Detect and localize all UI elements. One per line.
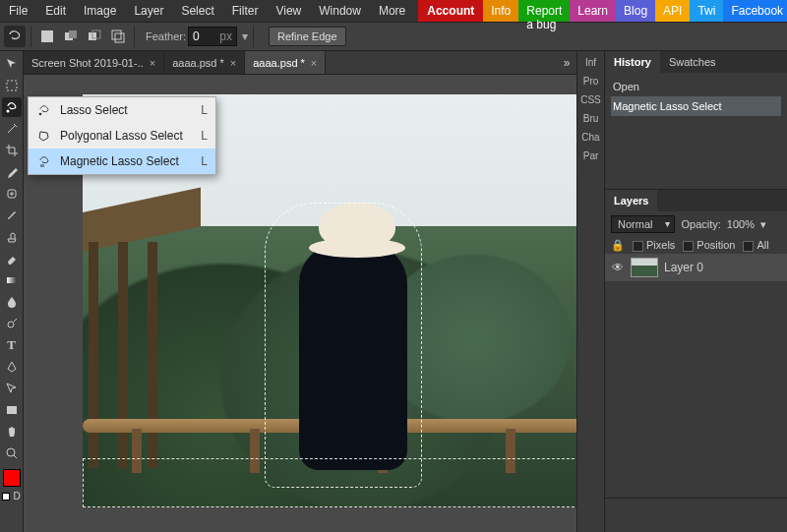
selection-marquee — [265, 203, 422, 488]
dodge-tool[interactable] — [2, 314, 22, 333]
polygonal-lasso-option[interactable]: Polygonal Lasso SelectL — [29, 123, 215, 148]
history-tab[interactable]: History — [605, 51, 660, 73]
magnetic-lasso-icon — [36, 153, 52, 169]
blur-tool[interactable] — [2, 292, 22, 312]
document-tabs: Screen Shot 2019-01-..× aaaa.psd *× aaaa… — [24, 51, 576, 75]
selection-intersect-icon[interactable] — [107, 26, 129, 47]
doc-tab-0[interactable]: Screen Shot 2019-01-..× — [24, 51, 164, 74]
magnetic-lasso-option[interactable]: Magnetic Lasso SelectL — [29, 148, 215, 174]
lasso-icon — [36, 102, 52, 118]
facebook-button[interactable]: Facebook — [723, 0, 787, 22]
feather-label: Feather: — [146, 30, 186, 42]
collapsed-panels: Inf Pro CSS Bru Cha Par — [576, 51, 604, 532]
options-bar: Feather: 0 px ▾ Refine Edge — [0, 22, 787, 51]
crop-tool[interactable] — [2, 141, 22, 160]
swap-colors-icon[interactable] — [2, 493, 10, 501]
selection-add-icon[interactable] — [60, 26, 82, 47]
hand-tool[interactable] — [2, 422, 22, 442]
path-tool[interactable] — [2, 379, 22, 398]
lock-position[interactable]: Position — [683, 239, 735, 252]
opacity-label: Opacity: — [681, 218, 720, 230]
selection-new-icon[interactable] — [36, 26, 58, 47]
lasso-mode-icon[interactable] — [4, 26, 26, 47]
close-icon[interactable]: × — [230, 57, 236, 69]
api-button[interactable]: API — [655, 0, 690, 22]
blog-button[interactable]: Blog — [616, 0, 655, 22]
report-bug-button[interactable]: Report a bug — [518, 0, 570, 22]
svg-rect-12 — [7, 406, 17, 414]
close-icon[interactable]: × — [311, 57, 317, 69]
svg-rect-7 — [7, 81, 17, 90]
opacity-dropdown-icon[interactable]: ▾ — [760, 218, 766, 231]
lock-all[interactable]: All — [743, 239, 768, 252]
move-tool[interactable] — [2, 54, 22, 74]
wand-tool[interactable] — [2, 119, 22, 139]
lasso-flyout-menu: Lasso SelectL Polygonal Lasso SelectL Ma… — [28, 96, 216, 175]
history-item-open[interactable]: Open — [611, 77, 781, 96]
eyedropper-tool[interactable] — [2, 162, 22, 182]
panel-tab-paragraph[interactable]: Par — [583, 150, 599, 161]
refine-edge-button[interactable]: Refine Edge — [269, 27, 346, 46]
panel-tab-css[interactable]: CSS — [580, 94, 601, 105]
learn-button[interactable]: Learn — [570, 0, 616, 22]
feather-input[interactable]: 0 px — [188, 27, 237, 46]
panel-tab-brush[interactable]: Bru — [583, 113, 599, 124]
lock-pixels[interactable]: Pixels — [633, 239, 675, 252]
zoom-tool[interactable] — [2, 443, 22, 463]
svg-rect-6 — [115, 33, 124, 42]
panel-tab-character[interactable]: Cha — [581, 132, 599, 143]
panel-tab-info[interactable]: Inf — [585, 57, 596, 68]
svg-point-14 — [39, 113, 42, 116]
pen-tool[interactable] — [2, 357, 22, 377]
text-tool[interactable]: T — [2, 335, 22, 355]
doc-tab-2[interactable]: aaaa.psd *× — [245, 51, 326, 74]
blend-mode-dropdown[interactable]: Normal — [611, 215, 675, 233]
feather-dropdown-icon[interactable]: ▾ — [242, 30, 248, 43]
layer-row-0[interactable]: 👁 Layer 0 — [605, 254, 787, 281]
menu-view[interactable]: View — [267, 0, 310, 22]
layer-thumbnail — [631, 258, 658, 277]
menu-select[interactable]: Select — [172, 0, 222, 22]
panel-tab-properties[interactable]: Pro — [583, 76, 599, 87]
tabs-overflow-icon[interactable]: » — [557, 51, 576, 74]
lasso-tool[interactable] — [2, 97, 22, 117]
left-toolbox: T D — [0, 51, 24, 532]
gradient-tool[interactable] — [2, 270, 22, 290]
menu-image[interactable]: Image — [75, 0, 125, 22]
layer-name[interactable]: Layer 0 — [664, 261, 703, 274]
default-colors-label[interactable]: D — [13, 491, 20, 502]
visibility-icon[interactable]: 👁 — [611, 261, 625, 274]
brush-tool[interactable] — [2, 206, 22, 225]
menu-more[interactable]: More — [370, 0, 414, 22]
menu-window[interactable]: Window — [310, 0, 370, 22]
menu-layer[interactable]: Layer — [125, 0, 172, 22]
svg-point-8 — [6, 110, 9, 113]
foreground-color-swatch[interactable] — [3, 469, 21, 487]
menu-account[interactable]: Account — [418, 0, 483, 22]
menubar: File Edit Image Layer Select Filter View… — [0, 0, 787, 22]
poly-lasso-icon — [36, 128, 52, 144]
menu-filter[interactable]: Filter — [223, 0, 268, 22]
svg-point-13 — [7, 448, 15, 456]
close-icon[interactable]: × — [150, 57, 155, 69]
lasso-select-option[interactable]: Lasso SelectL — [29, 97, 215, 123]
opacity-value[interactable]: 100% — [727, 218, 755, 230]
clone-tool[interactable] — [2, 227, 22, 247]
info-button[interactable]: Info — [483, 0, 518, 22]
eraser-tool[interactable] — [2, 249, 22, 268]
menu-edit[interactable]: Edit — [36, 0, 75, 22]
twitter-button[interactable]: Twi — [690, 0, 723, 22]
selection-marquee — [83, 458, 576, 507]
heal-tool[interactable] — [2, 184, 22, 204]
menu-file[interactable]: File — [0, 0, 36, 22]
svg-rect-2 — [69, 30, 77, 38]
shape-tool[interactable] — [2, 400, 22, 420]
selection-subtract-icon[interactable] — [84, 26, 105, 47]
doc-tab-1[interactable]: aaaa.psd *× — [164, 51, 245, 74]
svg-point-11 — [8, 322, 14, 327]
svg-rect-0 — [41, 30, 53, 42]
marquee-tool[interactable] — [2, 76, 22, 95]
swatches-tab[interactable]: Swatches — [660, 51, 725, 73]
layers-tab[interactable]: Layers — [605, 190, 657, 211]
history-item-magnetic-lasso[interactable]: Magnetic Lasso Select — [611, 96, 781, 116]
